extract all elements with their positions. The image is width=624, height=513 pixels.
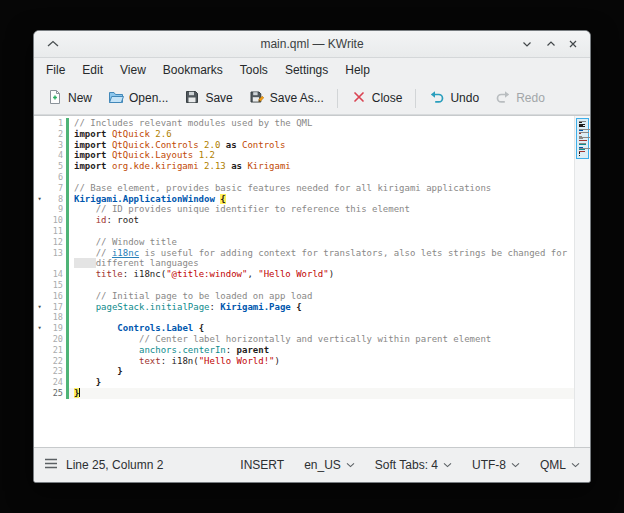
fold-marker-icon[interactable]: ▾ — [34, 194, 45, 205]
edit-redo-icon — [495, 89, 511, 108]
code-row[interactable]: 24 } — [34, 377, 574, 388]
chevron-down-icon — [443, 462, 452, 468]
code-row[interactable]: 21 anchors.centerIn: parent — [34, 345, 574, 356]
line-number: 18 — [45, 312, 66, 323]
minimap[interactable] — [576, 118, 589, 159]
open-button[interactable]: Open... — [101, 86, 175, 111]
code-row[interactable]: 18 — [34, 312, 574, 323]
code-line-text: import QtQuick.Controls 2.0 as Controls — [69, 140, 574, 151]
maximize-icon[interactable] — [540, 31, 562, 57]
menu-file[interactable]: File — [38, 60, 73, 80]
code-line-text: id: root — [69, 215, 574, 226]
menubar: File Edit View Bookmarks Tools Settings … — [34, 58, 590, 82]
code-lines[interactable]: 1// Includes relevant modules used by th… — [34, 116, 574, 447]
document-save-as-icon — [249, 89, 265, 108]
redo-button[interactable]: Redo — [488, 86, 552, 111]
titlebar[interactable]: main.qml — KWrite — [34, 31, 590, 58]
fold-column — [34, 345, 45, 356]
kwrite-window: main.qml — KWrite File Edit View Bookmar… — [33, 30, 591, 483]
input-mode-label: INSERT — [240, 458, 284, 472]
code-row[interactable]: 15 — [34, 280, 574, 291]
code-row[interactable]: 7// Base element, provides basic feature… — [34, 183, 574, 194]
line-number: 21 — [45, 345, 66, 356]
line-number: 23 — [45, 366, 66, 377]
code-row[interactable]: 3import QtQuick.Controls 2.0 as Controls — [34, 140, 574, 151]
line-number: 25 — [45, 388, 66, 399]
code-row[interactable]: different languages — [34, 258, 574, 269]
shade-icon[interactable] — [42, 31, 64, 57]
dictionary-select[interactable]: en_US — [304, 458, 355, 472]
close-button[interactable]: Close — [344, 86, 410, 111]
line-number: 20 — [45, 334, 66, 345]
minimize-icon[interactable] — [516, 31, 538, 57]
fold-column — [34, 140, 45, 151]
code-row[interactable]: 11 — [34, 226, 574, 237]
code-line-text: Controls.Label { — [69, 323, 574, 334]
menu-settings[interactable]: Settings — [277, 60, 336, 80]
code-row[interactable]: 22 text: i18n("Hello World!") — [34, 356, 574, 367]
fold-marker-icon[interactable]: ▾ — [34, 302, 45, 313]
code-line-text: } — [69, 366, 574, 377]
fold-column — [34, 334, 45, 345]
code-row[interactable]: 9 // ID provides unique identifier to re… — [34, 204, 574, 215]
fold-column — [34, 388, 45, 399]
code-row[interactable]: 12 // Window title — [34, 237, 574, 248]
menu-help[interactable]: Help — [337, 60, 378, 80]
code-line-text — [69, 280, 574, 291]
input-mode[interactable]: INSERT — [240, 458, 284, 472]
line-number: 15 — [45, 280, 66, 291]
code-row[interactable]: 2import QtQuick 2.6 — [34, 129, 574, 140]
code-row[interactable]: ▾17 pageStack.initialPage: Kirigami.Page… — [34, 302, 574, 313]
code-line-text: text: i18n("Hello World!") — [69, 356, 574, 367]
code-line-text: import QtQuick 2.6 — [69, 129, 574, 140]
code-row[interactable]: 6 — [34, 172, 574, 183]
fold-column — [34, 129, 45, 140]
fold-column — [34, 366, 45, 377]
undo-button[interactable]: Undo — [422, 86, 486, 111]
line-number: 9 — [45, 204, 66, 215]
save-as-button[interactable]: Save As... — [242, 86, 331, 111]
fold-column — [34, 161, 45, 172]
statusbar-menu-icon[interactable] — [44, 458, 58, 472]
window-close-icon[interactable] — [562, 31, 584, 57]
line-number: 1 — [45, 118, 66, 129]
text-editor[interactable]: 1// Includes relevant modules used by th… — [34, 115, 590, 448]
code-row[interactable]: 5import org.kde.kirigami 2.13 as Kirigam… — [34, 161, 574, 172]
encoding-label: UTF-8 — [472, 458, 506, 472]
fold-marker-icon[interactable]: ▾ — [34, 323, 45, 334]
dictionary-label: en_US — [304, 458, 341, 472]
menu-bookmarks[interactable]: Bookmarks — [155, 60, 231, 80]
line-number: 22 — [45, 356, 66, 367]
save-button[interactable]: Save — [177, 86, 239, 111]
code-row[interactable]: 1// Includes relevant modules used by th… — [34, 118, 574, 129]
cursor-position[interactable]: Line 25, Column 2 — [66, 458, 163, 472]
code-row[interactable]: ▾8Kirigami.ApplicationWindow { — [34, 194, 574, 205]
fold-column — [34, 356, 45, 367]
text-cursor — [79, 388, 80, 397]
code-line-text — [69, 312, 574, 323]
tab-mode-label: Soft Tabs: 4 — [375, 458, 438, 472]
code-line-text: // Includes relevant modules used by the… — [69, 118, 574, 129]
code-line-text: // i18nc is useful for adding context fo… — [69, 248, 574, 259]
fold-column — [34, 312, 45, 323]
fold-column — [34, 280, 45, 291]
code-row[interactable]: 13 // i18nc is useful for adding context… — [34, 248, 574, 259]
tab-mode-select[interactable]: Soft Tabs: 4 — [375, 458, 452, 472]
code-row[interactable]: 25} — [34, 388, 574, 399]
syntax-select[interactable]: QML — [540, 458, 580, 472]
menu-view[interactable]: View — [112, 60, 154, 80]
menu-edit[interactable]: Edit — [74, 60, 111, 80]
new-button[interactable]: New — [40, 86, 99, 111]
code-row[interactable]: ▾19 Controls.Label { — [34, 323, 574, 334]
code-row[interactable]: 4import QtQuick.Layouts 1.2 — [34, 150, 574, 161]
code-row[interactable]: 14 title: i18nc("@title:window", "Hello … — [34, 269, 574, 280]
code-row[interactable]: 20 // Center label horizontally and vert… — [34, 334, 574, 345]
scrollbar[interactable] — [574, 116, 590, 447]
encoding-select[interactable]: UTF-8 — [472, 458, 520, 472]
code-row[interactable]: 16 // Initial page to be loaded on app l… — [34, 291, 574, 302]
code-row[interactable]: 23 } — [34, 366, 574, 377]
document-new-icon — [47, 89, 63, 108]
document-save-icon — [184, 89, 200, 108]
code-row[interactable]: 10 id: root — [34, 215, 574, 226]
menu-tools[interactable]: Tools — [232, 60, 276, 80]
